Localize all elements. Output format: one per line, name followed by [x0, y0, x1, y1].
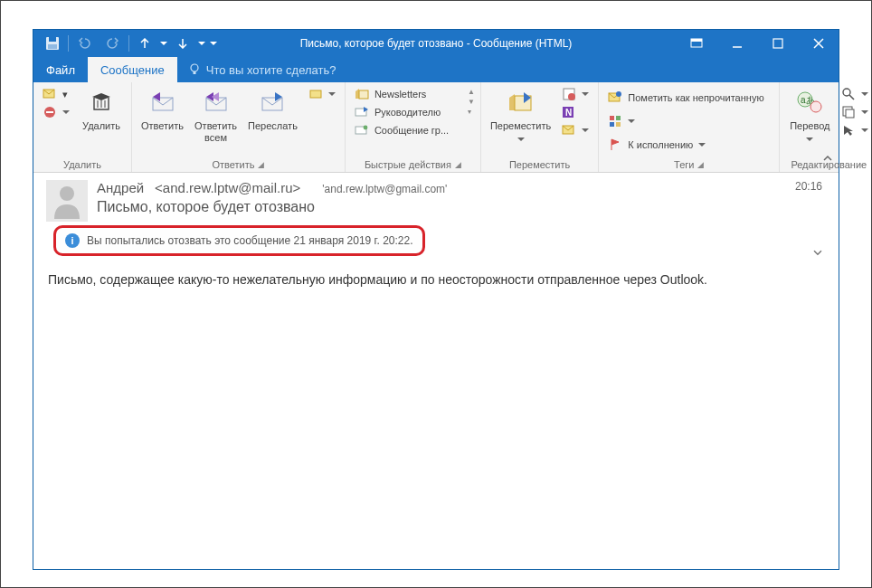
- close-icon: [813, 38, 824, 49]
- onenote-button[interactable]: N: [558, 104, 592, 120]
- find-button[interactable]: [838, 86, 872, 102]
- ribbon-tabs: Файл Сообщение Что вы хотите сделать?: [33, 57, 839, 82]
- follow-up-button[interactable]: К исполнению: [604, 137, 767, 153]
- mark-unread-button[interactable]: Пометить как непрочитанную: [604, 90, 767, 106]
- quickstep-manager[interactable]: Руководителю: [351, 104, 464, 120]
- maximize-icon: [772, 38, 783, 49]
- svg-point-30: [616, 91, 621, 97]
- minimize-button[interactable]: [716, 30, 757, 57]
- svg-point-7: [191, 64, 198, 71]
- quicksteps-more-button[interactable]: ▾: [468, 108, 475, 116]
- quicksteps-down-button[interactable]: ▼: [468, 98, 475, 106]
- select-button[interactable]: [838, 122, 872, 138]
- outlook-message-window: Письмо, которое будет отозвано - Сообщен…: [33, 29, 839, 570]
- group-delete-label: Удалить: [39, 157, 126, 170]
- svg-rect-34: [616, 122, 621, 127]
- svg-rect-18: [310, 90, 321, 98]
- tell-me-label: Что вы хотите сделать?: [206, 63, 336, 77]
- redo-icon: [107, 37, 119, 50]
- undo-icon: [78, 37, 90, 50]
- recall-notice-bar: i Вы попытались отозвать это сообщение 2…: [53, 225, 425, 256]
- tab-message[interactable]: Сообщение: [88, 57, 177, 82]
- svg-point-37: [810, 101, 821, 112]
- svg-point-22: [363, 126, 367, 130]
- quick-access-toolbar: [33, 30, 220, 57]
- more-respond-button[interactable]: [305, 86, 339, 102]
- reply-label: Ответить: [141, 120, 184, 132]
- to-address: 'and.rew.lptw@gmail.com': [322, 183, 447, 195]
- save-button[interactable]: [39, 30, 66, 57]
- group-quicksteps-label: Быстрые действия: [365, 159, 451, 170]
- svg-rect-6: [773, 39, 782, 48]
- svg-text:N: N: [565, 108, 572, 118]
- move-folder-icon: [507, 88, 536, 117]
- translate-label: Перевод: [790, 120, 829, 131]
- person-icon: [51, 183, 83, 219]
- title-bar: Письмо, которое будет отозвано - Сообщен…: [33, 30, 839, 57]
- forward-button[interactable]: Переслать: [244, 86, 301, 134]
- move-label: Переместить: [490, 120, 551, 131]
- delete-button[interactable]: Удалить: [77, 86, 126, 134]
- save-icon: [45, 36, 60, 51]
- message-header: 20:16 Андрей <and.rew.lptw@mail.ru> 'and…: [33, 173, 839, 267]
- translate-icon: aあ: [795, 88, 824, 117]
- actions-button[interactable]: [558, 122, 592, 138]
- svg-point-44: [60, 186, 74, 201]
- reply-icon: [148, 88, 177, 117]
- svg-rect-32: [616, 116, 621, 120]
- close-button[interactable]: [798, 30, 839, 57]
- svg-rect-2: [48, 44, 57, 49]
- group-quick-steps: Newsletters Руководителю Сообщение гр...…: [346, 82, 481, 172]
- collapse-header-button[interactable]: [811, 246, 824, 259]
- ignore-button[interactable]: ▾: [39, 86, 73, 102]
- reply-all-button[interactable]: Ответить всем: [191, 86, 241, 145]
- svg-line-39: [849, 95, 854, 100]
- next-item-button[interactable]: [169, 30, 196, 57]
- group-delete: ▾ Удалить Удалить: [33, 82, 132, 172]
- info-icon: i: [65, 233, 80, 248]
- translate-button[interactable]: aあ Перевод: [785, 86, 834, 145]
- previous-item-button[interactable]: [131, 30, 158, 57]
- svg-rect-33: [610, 122, 614, 127]
- customize-qat-button[interactable]: [207, 30, 220, 57]
- svg-rect-31: [610, 116, 614, 120]
- junk-button[interactable]: [39, 104, 73, 120]
- tab-file[interactable]: Файл: [33, 57, 88, 82]
- group-move-label: Переместить: [487, 157, 592, 170]
- forward-icon: [258, 88, 287, 117]
- redo-button[interactable]: [100, 30, 127, 57]
- message-time: 20:16: [795, 180, 822, 193]
- quicksteps-up-button[interactable]: ▲: [468, 88, 475, 96]
- reply-all-label: Ответить всем: [194, 120, 237, 143]
- reply-button[interactable]: Ответить: [137, 86, 187, 134]
- categorize-button[interactable]: [604, 113, 767, 129]
- rules-button[interactable]: [558, 86, 592, 102]
- collapse-ribbon-button[interactable]: [822, 153, 833, 164]
- quickstep-newsletters[interactable]: Newsletters: [351, 86, 464, 102]
- message-body: Письмо, содержащее какую-то нежелательну…: [33, 267, 839, 292]
- quickstep-team[interactable]: Сообщение гр...: [351, 122, 464, 138]
- from-name: Андрей: [97, 180, 144, 195]
- svg-rect-1: [49, 37, 56, 42]
- ribbon: ▾ Удалить Удалить Ответить: [33, 82, 839, 173]
- chevron-up-icon: [822, 153, 833, 164]
- ribbon-display-options-button[interactable]: [676, 30, 716, 57]
- message-body-text: Письмо, содержащее какую-то нежелательну…: [48, 272, 707, 287]
- svg-rect-41: [846, 109, 854, 118]
- move-button[interactable]: Переместить: [487, 86, 554, 145]
- group-respond-label: Ответить: [212, 159, 254, 170]
- svg-rect-4: [691, 39, 702, 42]
- maximize-button[interactable]: [757, 30, 798, 57]
- undo-button[interactable]: [71, 30, 98, 57]
- chevron-down-icon: [811, 246, 824, 259]
- related-button[interactable]: [838, 104, 872, 120]
- tell-me-search[interactable]: Что вы хотите сделать?: [177, 57, 347, 82]
- group-tags: Пометить как непрочитанную К исполнению …: [599, 82, 780, 172]
- reply-all-icon: [202, 88, 231, 117]
- svg-point-38: [843, 89, 850, 96]
- minimize-icon: [732, 38, 743, 49]
- ribbon-options-icon: [690, 38, 703, 49]
- delete-label: Удалить: [82, 120, 120, 132]
- svg-rect-11: [46, 111, 53, 113]
- group-tags-label: Теги: [674, 159, 694, 170]
